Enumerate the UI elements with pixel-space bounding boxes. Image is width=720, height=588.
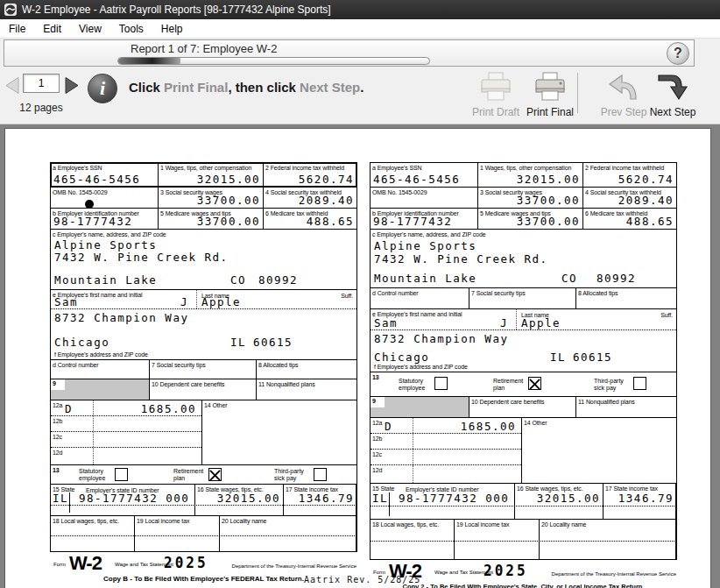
- box-c-label: c Employer's name, address, and ZIP code: [51, 230, 356, 238]
- fed-tax-value: 5620.74: [299, 174, 354, 186]
- next-page-button[interactable]: [65, 77, 79, 97]
- menu-edit[interactable]: Edit: [34, 20, 70, 38]
- state-id-value: 98-1777432 000: [79, 492, 189, 505]
- box-16-cell: 16 State wages, tips, etc. 32015.00: [195, 485, 284, 515]
- employer-name: Alpine Sports: [374, 240, 476, 252]
- box-8-cell: 8 Allocated tips: [257, 360, 356, 379]
- omb-label: OMB No. 1545-0029: [371, 188, 477, 196]
- box-18-cell: 18 Local wages, tips, etc.: [371, 520, 455, 559]
- statutory-checkbox[interactable]: [115, 468, 128, 481]
- form-footer: Form W-2 Wage and Tax Statement 2025 Dep…: [50, 552, 357, 575]
- box-18-label: 18 Local wages, tips, etc.: [371, 520, 454, 528]
- box-10-label: 10 Dependent care benefits: [150, 379, 256, 388]
- aatrix-revision-label: Aatrix Rev. 5/28/25: [304, 575, 420, 584]
- box-13-cell: 13 Statutory employee Retirement plan Th…: [371, 372, 676, 396]
- employee-address-cell: 8732 Champion Way Chicago IL 60615 f Emp…: [51, 309, 356, 359]
- box-12d-label: 12d: [51, 448, 201, 457]
- box-10-cell: 10 Dependent care benefits: [469, 397, 576, 417]
- state-wages-value: 32015.00: [217, 492, 280, 505]
- wages-value: 32015.00: [197, 174, 260, 186]
- ss-tax-value: 2089.40: [299, 195, 354, 207]
- state-wages-value: 32015.00: [537, 492, 600, 505]
- state-value: IL: [53, 492, 68, 505]
- box-b-cell: b Employer identification number 98-1777…: [51, 209, 159, 229]
- menu-file[interactable]: File: [0, 20, 34, 38]
- progress-bar: [117, 57, 430, 65]
- third-party-checkbox[interactable]: [633, 377, 646, 390]
- employer-state: CO: [561, 273, 577, 285]
- box-19-label: 19 Local income tax: [455, 520, 539, 528]
- print-final-button[interactable]: Print Final: [522, 72, 578, 118]
- medicare-tax-value: 488.65: [307, 216, 354, 228]
- box-10-label: 10 Dependent care benefits: [469, 397, 575, 406]
- tax-year: 2025: [164, 555, 208, 572]
- box-17-cell: 17 State income tax 1346.79: [284, 485, 356, 515]
- box-5-cell: 5 Medicare wages and tips 33700.00: [159, 209, 264, 229]
- retirement-checkbox[interactable]: [528, 377, 541, 390]
- employer-zip: 80992: [258, 274, 298, 287]
- employer-city: Mountain Lake: [54, 274, 157, 287]
- employee-street: 8732 Champion Way: [54, 312, 188, 324]
- print-draft-button[interactable]: Print Draft: [468, 72, 524, 118]
- w2-form-copy-2: a Employee's SSN 465-46-5456 1 Wages, ti…: [370, 162, 677, 588]
- box-4-cell: 4 Social security tax withheld 2089.40: [583, 188, 676, 208]
- page-count-label: 12 pages: [5, 102, 77, 114]
- box-12b-label: 12b: [51, 416, 201, 425]
- employer-name: Alpine Sports: [54, 239, 157, 251]
- box-11-label: 11 Nonqualified plans: [576, 397, 676, 406]
- box-8-label: 8 Allocated tips: [257, 360, 356, 369]
- box-12a-code: D: [385, 421, 392, 433]
- medicare-wages-value: 33700.00: [197, 216, 260, 228]
- next-step-button[interactable]: Next Step: [645, 72, 701, 118]
- box-3-cell: 3 Social security wages 33700.00: [478, 188, 583, 208]
- report-header-panel: Report 1 of 7: Employee W-2 ?: [4, 39, 695, 67]
- dotted-rule: [371, 541, 676, 542]
- app-icon: [4, 4, 17, 16]
- box-1-cell: 1 Wages, tips, other compensation 32015.…: [478, 163, 583, 187]
- box-12-cell: 12aD1685.00 12b 12c 12d: [371, 418, 522, 483]
- box-20-cell: 20 Locality name: [540, 520, 676, 559]
- menu-help[interactable]: Help: [152, 20, 192, 38]
- fed-tax-value: 5620.74: [618, 174, 674, 186]
- omb-cell: OMB No. 1545-0029: [371, 188, 478, 208]
- box-1-label: 1 Wages, tips, other compensation: [478, 163, 582, 172]
- employee-zip: 60615: [253, 337, 293, 349]
- document-area[interactable]: a Employee's SSN 465-46-5456 1 Wages, ti…: [0, 124, 720, 588]
- box-7-cell: 7 Social security tips: [150, 360, 257, 379]
- prev-page-button[interactable]: [5, 77, 19, 97]
- last-name-value: Apple: [521, 317, 561, 329]
- box-20-label: 20 Locality name: [540, 520, 675, 528]
- ss-wages-value: 33700.00: [517, 195, 580, 207]
- statutory-checkbox[interactable]: [434, 377, 448, 390]
- box-d-label: d Control number: [51, 360, 149, 369]
- box-5-cell: 5 Medicare wages and tips 33700.00: [478, 209, 583, 229]
- msg-print-final: Print Final: [164, 80, 228, 95]
- box-2-cell: 2 Federal income tax withheld 5620.74: [264, 163, 356, 187]
- menu-view[interactable]: View: [70, 20, 110, 38]
- dotted-rule: [51, 505, 356, 506]
- employee-state: IL: [550, 351, 566, 364]
- employer-street: 7432 W. Pine Creek Rd.: [54, 251, 229, 264]
- medicare-tax-value: 488.65: [626, 216, 674, 228]
- employer-state: CO: [230, 274, 246, 287]
- tax-year: 2025: [484, 563, 528, 580]
- progress-fill: [118, 58, 180, 64]
- statutory-label: Statutory employee: [399, 378, 434, 392]
- retirement-checkbox[interactable]: [208, 468, 222, 481]
- menu-tools[interactable]: Tools: [110, 20, 152, 38]
- employer-city: Mountain Lake: [374, 273, 476, 285]
- third-party-label: Third-party sick pay: [274, 468, 313, 482]
- box-c-label: c Employer's name, address, and ZIP code: [371, 230, 676, 238]
- prev-step-button[interactable]: Prev Step: [596, 72, 652, 118]
- toolbar-message: Click Print Final, then click Next Step.: [129, 80, 364, 95]
- next-step-label: Next Step: [645, 106, 701, 118]
- help-button[interactable]: ?: [667, 42, 689, 65]
- page-number-input[interactable]: [23, 74, 60, 93]
- box-11-cell: 11 Nonqualified plans: [576, 397, 676, 417]
- box-14-cell: 14 Other: [522, 418, 676, 483]
- box-15-cell: 15 State Employer's state ID number IL 9…: [51, 485, 195, 515]
- box-c-cell: c Employer's name, address, and ZIP code…: [371, 230, 676, 287]
- third-party-checkbox[interactable]: [314, 468, 327, 481]
- retirement-label: Retirement plan: [173, 468, 212, 482]
- first-name-value: Sam: [374, 317, 398, 329]
